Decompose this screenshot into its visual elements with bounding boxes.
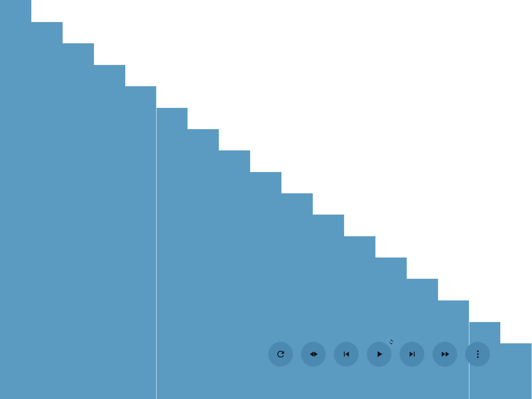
bar [500, 343, 532, 399]
bar [219, 150, 250, 399]
bar [63, 43, 94, 399]
algorithm-visualizer-stage: { "viewport": { "width": 1376, "height":… [0, 0, 532, 399]
chart-viewport [0, 0, 532, 399]
play-button[interactable] [367, 342, 391, 366]
bar [344, 236, 375, 399]
bar-series [0, 0, 532, 399]
bar [125, 86, 157, 399]
bar [0, 0, 31, 399]
more-button[interactable] [466, 342, 490, 366]
play-icon [374, 349, 384, 359]
bar [281, 193, 313, 399]
fast-rewind-icon [309, 349, 319, 359]
refresh-icon [389, 339, 394, 345]
rewind-button[interactable] [301, 342, 326, 366]
bar [157, 108, 188, 399]
skip-previous-icon [341, 349, 351, 359]
bar [407, 279, 438, 399]
more-vert-icon [473, 349, 483, 359]
bar [94, 65, 125, 399]
step-forward-button[interactable] [400, 342, 424, 366]
skip-next-icon [407, 349, 417, 359]
live-update-badge [386, 337, 396, 347]
playback-controls [268, 342, 490, 366]
bar [375, 257, 407, 399]
step-back-button[interactable] [334, 342, 358, 366]
svg-point-0 [477, 350, 478, 352]
svg-point-1 [477, 353, 478, 355]
svg-point-2 [477, 356, 478, 358]
redo-icon [276, 349, 286, 359]
bar [313, 215, 344, 399]
fast-forward-icon [440, 349, 450, 359]
reset-button[interactable] [268, 342, 293, 366]
fast-forward-button[interactable] [433, 342, 457, 366]
bar [31, 22, 63, 399]
bar [188, 129, 219, 399]
